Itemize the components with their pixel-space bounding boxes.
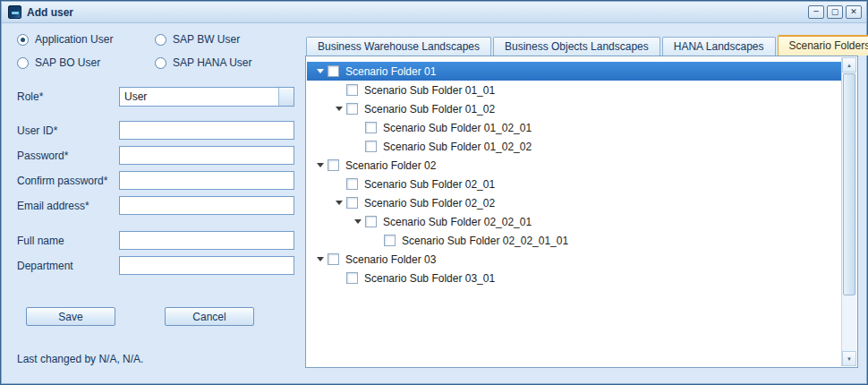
expander-down-icon[interactable]: [331, 201, 346, 205]
radio-sap-hana-user[interactable]: SAP HANA User: [155, 56, 298, 69]
tree-item[interactable]: Scenario Sub Folder 02_02: [307, 193, 841, 212]
checkbox[interactable]: [346, 103, 358, 115]
user-id-field[interactable]: [119, 121, 294, 140]
role-selected-value: User: [120, 90, 278, 103]
field-row: Full name: [13, 231, 298, 250]
tree-item[interactable]: Scenario Sub Folder 02_02_01_01: [307, 231, 841, 250]
radio-label: Application User: [35, 33, 113, 46]
tree-item[interactable]: Scenario Sub Folder 03_01: [307, 269, 841, 287]
tree-item-label: Scenario Sub Folder 01_02_02: [383, 141, 532, 153]
checkbox[interactable]: [346, 84, 358, 96]
tab-business-warehouse-landscapes[interactable]: Business Warehouse Landscapes: [306, 37, 491, 56]
radio-icon: [155, 57, 166, 69]
cancel-button[interactable]: Cancel: [165, 307, 254, 326]
tree-item-label: Scenario Sub Folder 02_02: [364, 197, 495, 210]
action-buttons: Save Cancel: [13, 307, 298, 326]
tree-item[interactable]: Scenario Sub Folder 01_02: [307, 99, 841, 118]
tree-item-label: Scenario Sub Folder 01_01: [364, 84, 495, 97]
tree-item-label: Scenario Sub Folder 02_02_01_01: [402, 235, 568, 247]
role-select[interactable]: User: [119, 87, 294, 107]
window-title: Add user: [27, 6, 73, 19]
full-name-field[interactable]: [119, 231, 294, 250]
radio-application-user[interactable]: Application User: [17, 33, 151, 46]
tab-business-objects-landscapes[interactable]: Business Objects Landscapes: [493, 37, 660, 56]
department-field[interactable]: [119, 256, 294, 275]
add-user-dialog: Add user ─ ▢ ✕ Application UserSAP BW Us…: [0, 0, 868, 385]
radio-sap-bw-user[interactable]: SAP BW User: [155, 33, 298, 46]
tree-item-label: Scenario Sub Folder 01_02_01: [383, 122, 532, 134]
radio-sap-bo-user[interactable]: SAP BO User: [17, 56, 151, 69]
field-label: Confirm password*: [17, 175, 119, 187]
tree-item-label: Scenario Sub Folder 01_02: [364, 103, 495, 116]
tree-item[interactable]: Scenario Folder 02: [307, 156, 841, 175]
last-changed-text: Last changed by N/A, N/A.: [13, 353, 298, 365]
tree-item[interactable]: Scenario Sub Folder 02_01: [307, 175, 841, 193]
role-row: Role* User: [13, 87, 298, 107]
window-controls: ─ ▢ ✕: [808, 5, 862, 19]
tree-item-label: Scenario Folder 01: [345, 65, 436, 78]
titlebar[interactable]: Add user ─ ▢ ✕: [2, 2, 866, 23]
tree-item[interactable]: Scenario Sub Folder 01_01: [307, 81, 841, 99]
radio-label: SAP HANA User: [173, 56, 251, 69]
maximize-icon[interactable]: ▢: [827, 5, 843, 19]
radio-label: SAP BW User: [173, 33, 240, 46]
tree-scrollbar[interactable]: ▲ ▼: [841, 57, 856, 366]
expander-down-icon[interactable]: [312, 257, 328, 261]
checkbox[interactable]: [346, 272, 358, 284]
role-label: Role*: [17, 90, 119, 103]
expander-down-icon[interactable]: [331, 107, 346, 111]
expander-down-icon[interactable]: [312, 69, 328, 73]
checkbox[interactable]: [346, 178, 358, 190]
expander-down-icon[interactable]: [350, 219, 365, 224]
checkbox[interactable]: [328, 65, 339, 77]
close-icon[interactable]: ✕: [846, 5, 862, 19]
field-label: Full name: [17, 235, 119, 247]
scroll-up-icon[interactable]: ▲: [842, 57, 856, 73]
tree-item-label: Scenario Folder 03: [345, 253, 436, 266]
tree-item[interactable]: Scenario Sub Folder 01_02_01: [307, 118, 841, 137]
tab-bar: Business Warehouse LandscapesBusiness Ob…: [305, 35, 858, 56]
confirm-password-field[interactable]: [119, 171, 294, 190]
field-label: Department: [17, 260, 119, 272]
scenario-folder-tree: Scenario Folder 01Scenario Sub Folder 01…: [307, 62, 841, 366]
checkbox[interactable]: [365, 122, 377, 133]
checkbox[interactable]: [328, 159, 339, 171]
checkbox[interactable]: [328, 253, 339, 265]
field-row: Password*: [13, 146, 298, 165]
tree-item-label: Scenario Folder 02: [345, 159, 436, 172]
form-fields: User ID*Password*Confirm password*Email …: [13, 121, 298, 275]
tree-item[interactable]: Scenario Folder 03: [307, 250, 841, 269]
field-row: User ID*: [13, 121, 298, 140]
chevron-down-icon[interactable]: [278, 88, 294, 106]
landscapes-pane: Business Warehouse LandscapesBusiness Ob…: [305, 35, 858, 368]
app-icon: [8, 5, 21, 19]
tab-hana-landscapes[interactable]: HANA Landscapes: [662, 37, 776, 56]
tree-item-label: Scenario Sub Folder 02_01: [364, 178, 495, 191]
user-type-radio-group: Application UserSAP BW UserSAP BO UserSA…: [13, 33, 298, 69]
checkbox[interactable]: [346, 197, 358, 209]
checkbox[interactable]: [365, 216, 377, 227]
tree-item[interactable]: Scenario Folder 01: [307, 62, 841, 81]
scrollbar-thumb[interactable]: [843, 73, 855, 295]
checkbox[interactable]: [384, 235, 396, 246]
expander-down-icon[interactable]: [312, 163, 328, 167]
checkbox[interactable]: [365, 141, 377, 152]
user-form-pane: Application UserSAP BW UserSAP BO UserSA…: [13, 33, 298, 365]
field-label: Email address*: [17, 200, 119, 212]
email-address-field[interactable]: [119, 196, 294, 215]
radio-icon: [17, 57, 29, 69]
tab-scenario-folders[interactable]: Scenario Folders: [778, 35, 868, 56]
tree-item[interactable]: Scenario Sub Folder 01_02_02: [307, 137, 841, 156]
password-field[interactable]: [119, 146, 294, 165]
radio-icon: [155, 34, 166, 46]
tree-item-label: Scenario Sub Folder 03_01: [364, 272, 495, 285]
scroll-down-icon[interactable]: ▼: [842, 351, 856, 366]
field-row: Email address*: [13, 196, 298, 215]
minimize-icon[interactable]: ─: [808, 5, 824, 19]
tree-item-label: Scenario Sub Folder 02_02_01: [383, 216, 532, 228]
field-row: Department: [13, 256, 298, 275]
tree-item[interactable]: Scenario Sub Folder 02_02_01: [307, 212, 841, 231]
save-button[interactable]: Save: [26, 307, 115, 326]
field-label: User ID*: [17, 124, 119, 137]
radio-label: SAP BO User: [35, 56, 100, 69]
